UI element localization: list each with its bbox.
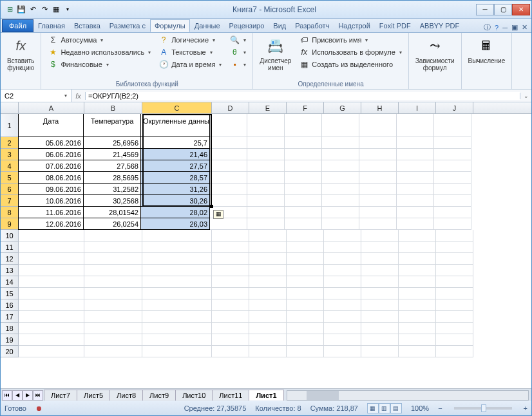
ribbon-minimize-icon[interactable]: ⓘ: [484, 23, 491, 32]
cell[interactable]: Округленные данные: [140, 114, 210, 137]
cell[interactable]: [436, 276, 473, 288]
cell[interactable]: [324, 241, 361, 253]
cell[interactable]: [359, 218, 397, 230]
cell[interactable]: 11.06.2016: [18, 206, 84, 218]
cell[interactable]: [210, 172, 247, 184]
cell[interactable]: [322, 137, 359, 149]
formula-expand-icon[interactable]: ⌄: [520, 93, 531, 99]
cell[interactable]: [19, 323, 84, 334]
cell[interactable]: [322, 160, 359, 172]
redo-icon[interactable]: ↷: [39, 5, 50, 15]
cell[interactable]: [84, 230, 142, 241]
cell[interactable]: [322, 184, 359, 195]
cell[interactable]: 25,7: [140, 137, 210, 149]
cell[interactable]: [285, 218, 322, 230]
use-in-formula-button[interactable]: fxИспользовать в формуле▾: [296, 46, 404, 58]
logical-button[interactable]: ?Логические▾: [156, 34, 224, 46]
sheet-nav-next-button[interactable]: ▶: [23, 390, 33, 401]
cell[interactable]: [399, 265, 436, 276]
cell[interactable]: [436, 299, 473, 311]
name-box[interactable]: C2 ▾: [1, 90, 71, 102]
cell[interactable]: [210, 195, 247, 207]
cell[interactable]: [399, 288, 436, 299]
calculation-button[interactable]: 🖩 Вычисление: [466, 34, 508, 66]
name-box-dropdown-icon[interactable]: ▾: [64, 93, 67, 99]
cell[interactable]: 12.06.2016: [18, 218, 84, 230]
cell[interactable]: 27,568: [83, 160, 141, 172]
qat-item-icon[interactable]: ▦: [51, 5, 61, 15]
formula-deps-button[interactable]: ⤳ Зависимости формул: [413, 34, 457, 73]
cell[interactable]: [212, 334, 249, 346]
cell[interactable]: [249, 265, 287, 276]
cell[interactable]: [436, 265, 473, 276]
cell[interactable]: [247, 114, 285, 137]
datetime-button[interactable]: 🕐Дата и время▾: [156, 59, 224, 70]
maximize-button[interactable]: ▢: [494, 4, 512, 15]
cell[interactable]: 09.06.2016: [18, 183, 84, 195]
cell[interactable]: [210, 218, 247, 230]
row-header[interactable]: 5: [1, 172, 19, 184]
cell[interactable]: [359, 137, 397, 149]
tab-надстрой[interactable]: Надстрой: [334, 19, 374, 32]
name-manager-button[interactable]: 📇 Диспетчер имен: [257, 34, 294, 73]
cell[interactable]: [436, 346, 473, 357]
cell[interactable]: [19, 253, 84, 265]
cell[interactable]: [399, 323, 436, 334]
cell[interactable]: [212, 346, 249, 357]
cell[interactable]: [397, 114, 434, 137]
cell[interactable]: [434, 149, 471, 160]
cell[interactable]: [324, 311, 361, 323]
cell[interactable]: [249, 230, 287, 241]
cell[interactable]: [436, 311, 473, 323]
cell[interactable]: [249, 323, 287, 334]
cell[interactable]: [322, 195, 359, 207]
file-tab[interactable]: Файл: [2, 19, 33, 32]
cell[interactable]: [361, 276, 399, 288]
cell[interactable]: [142, 230, 212, 241]
col-header-E[interactable]: E: [249, 102, 287, 113]
autosum-button[interactable]: ΣАвтосумма▾: [45, 34, 153, 46]
sheet-tab[interactable]: Лист5: [77, 390, 110, 401]
doc-restore-icon[interactable]: ▣: [511, 23, 518, 32]
cell[interactable]: [361, 323, 399, 334]
cell[interactable]: [212, 241, 249, 253]
cell[interactable]: [397, 149, 434, 160]
cell[interactable]: [84, 323, 142, 334]
row-header[interactable]: 3: [1, 149, 19, 160]
cell[interactable]: [142, 299, 212, 311]
help-icon[interactable]: ?: [495, 24, 499, 32]
sheet-tab[interactable]: Лист9: [142, 390, 176, 401]
cell[interactable]: [399, 346, 436, 357]
cell[interactable]: [285, 207, 322, 218]
col-header-D[interactable]: D: [212, 102, 249, 113]
cell[interactable]: [287, 276, 324, 288]
cell[interactable]: [210, 149, 247, 160]
cell[interactable]: [249, 241, 287, 253]
cell[interactable]: [397, 137, 434, 149]
sheet-tab[interactable]: Лист10: [175, 390, 213, 401]
horizontal-scrollbar[interactable]: [287, 390, 529, 401]
cell[interactable]: [361, 346, 399, 357]
cell[interactable]: [399, 299, 436, 311]
cell[interactable]: 07.06.2016: [18, 160, 84, 172]
cell[interactable]: [142, 288, 212, 299]
cell[interactable]: [84, 299, 142, 311]
cell[interactable]: [249, 276, 287, 288]
cell[interactable]: [212, 265, 249, 276]
cell[interactable]: [142, 276, 212, 288]
cell[interactable]: [212, 323, 249, 334]
cell[interactable]: [287, 230, 324, 241]
cell[interactable]: [359, 207, 397, 218]
cell[interactable]: [359, 184, 397, 195]
row-header[interactable]: 7: [1, 195, 19, 207]
cell[interactable]: [287, 241, 324, 253]
cell[interactable]: [212, 311, 249, 323]
cell[interactable]: [249, 311, 287, 323]
cell[interactable]: [212, 230, 249, 241]
cell[interactable]: [359, 114, 397, 137]
cell[interactable]: [285, 195, 322, 207]
cell[interactable]: [397, 172, 434, 184]
cell[interactable]: [247, 160, 285, 172]
cell[interactable]: [324, 288, 361, 299]
cell[interactable]: [84, 288, 142, 299]
